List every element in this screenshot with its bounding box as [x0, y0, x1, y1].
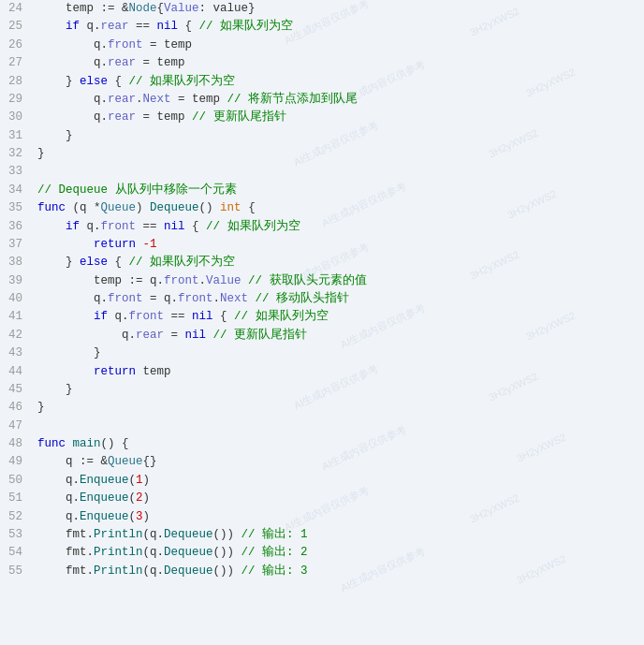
code-token: q.: [80, 20, 101, 33]
table-row: 50 q.Enqueue(1): [0, 472, 644, 490]
line-content: q.Enqueue(1): [34, 472, 644, 490]
code-token: [37, 2, 66, 15]
code-token: 2: [136, 491, 143, 505]
line-content: return temp: [34, 363, 644, 381]
code-token: q.: [37, 474, 80, 487]
line-content: q.rear.Next = temp // 将新节点添加到队尾: [34, 91, 644, 109]
table-row: 41 if q.front == nil { // 如果队列为空: [0, 308, 644, 326]
code-token: // 输出: 1: [242, 528, 308, 541]
code-token: [248, 292, 256, 305]
code-token: front: [164, 274, 199, 287]
line-content: q.rear = temp: [34, 54, 644, 72]
line-content: } else { // 如果队列不为空: [34, 73, 644, 91]
line-number: 24: [0, 0, 34, 18]
table-row: 53 fmt.Println(q.Dequeue()) // 输出: 1: [0, 526, 644, 544]
code-token: ==: [129, 20, 157, 33]
code-token: .: [213, 292, 221, 305]
line-content: q.Enqueue(3): [34, 508, 644, 526]
table-row: 42 q.rear = nil // 更新队尾指针: [0, 327, 644, 344]
code-token: {: [178, 20, 199, 33]
code-token: ==: [164, 310, 192, 323]
code-token: front: [129, 310, 165, 323]
code-token: // 更新队尾指针: [192, 110, 286, 124]
line-content: if q.rear == nil { // 如果队列为空: [34, 18, 644, 36]
code-token: // 如果队列不为空: [129, 75, 236, 88]
table-row: 51 q.Enqueue(2): [0, 490, 644, 507]
code-token: rear: [108, 93, 136, 106]
code-token: front: [178, 292, 213, 305]
code-token: temp: [66, 2, 94, 15]
table-row: 32}: [0, 145, 644, 163]
line-content: fmt.Println(q.Dequeue()) // 输出: 1: [34, 526, 644, 544]
line-content: q.front = temp: [34, 37, 644, 54]
line-content: if q.front == nil { // 如果队列为空: [34, 218, 644, 236]
line-content: // Dequeue 从队列中移除一个元素: [34, 182, 644, 199]
table-row: 52 q.Enqueue(3): [0, 508, 644, 526]
table-row: 45 }: [0, 381, 644, 399]
code-token: // 如果队列为空: [199, 20, 294, 33]
code-token: Dequeue: [164, 546, 213, 559]
line-number: 54: [0, 544, 34, 562]
line-number: 41: [0, 308, 34, 326]
code-token: else: [80, 256, 108, 269]
code-token: // 如果队列为空: [206, 220, 300, 233]
line-number: 27: [0, 54, 34, 72]
code-token: {: [242, 201, 256, 214]
code-token: Value: [206, 274, 242, 287]
line-number: 47: [0, 418, 34, 435]
table-row: 49 q := &Queue{}: [0, 453, 644, 471]
table-row: 34// Dequeue 从队列中移除一个元素: [0, 182, 644, 199]
code-token: q.: [37, 510, 80, 523]
code-lines: 24 temp := &Node{Value: value}25 if q.re…: [0, 0, 644, 580]
line-number: 34: [0, 182, 34, 199]
line-content: fmt.Println(q.Dequeue()) // 输出: 2: [34, 544, 644, 562]
code-token: .: [199, 274, 207, 287]
line-content: q.front = q.front.Next // 移动队头指针: [34, 290, 644, 308]
code-token: front: [108, 292, 143, 305]
code-token: }: [37, 383, 73, 396]
line-content: [34, 418, 644, 435]
line-number: 42: [0, 327, 34, 344]
code-token: := q.: [122, 274, 164, 287]
line-number: 37: [0, 236, 34, 254]
code-token: -1: [143, 238, 157, 251]
code-token: [37, 20, 66, 33]
code-token: Next: [220, 292, 248, 305]
code-token: }: [37, 401, 45, 414]
code-token: [242, 274, 249, 287]
table-row: 35func (q *Queue) Dequeue() int {: [0, 199, 644, 217]
code-editor: AI生成内容仅供参考 3H2yXWS2 AI生成内容仅供参考 3H2yXWS2 …: [0, 0, 644, 645]
line-content: temp := &Node{Value: value}: [34, 0, 644, 18]
code-token: [37, 310, 94, 323]
line-number: 38: [0, 254, 34, 271]
code-token: int: [220, 201, 242, 214]
line-number: 52: [0, 508, 34, 526]
line-number: 25: [0, 18, 34, 36]
code-token: ()): [213, 528, 242, 541]
table-row: 46}: [0, 399, 644, 417]
code-token: // 将新节点添加到队尾: [227, 93, 359, 106]
line-number: 35: [0, 199, 34, 217]
code-token: q.: [37, 38, 108, 51]
line-number: 43: [0, 344, 34, 362]
line-number: 46: [0, 399, 34, 417]
code-token: Queue: [108, 455, 143, 468]
code-token: = q.: [143, 292, 179, 305]
line-content: return -1: [34, 236, 644, 254]
code-token: // 移动队头指针: [256, 292, 350, 305]
code-token: =: [164, 329, 185, 342]
code-token: Println: [94, 546, 143, 559]
line-number: 26: [0, 37, 34, 54]
code-token: // 输出: 3: [242, 564, 308, 578]
code-token: &: [122, 2, 129, 15]
code-token: q.: [80, 220, 101, 233]
line-number: 50: [0, 472, 34, 490]
table-row: 39 temp := q.front.Value // 获取队头元素的值: [0, 272, 644, 290]
code-token: main: [73, 437, 101, 450]
code-token: 3: [136, 510, 143, 523]
code-token: if: [66, 20, 80, 33]
code-token: (: [129, 474, 137, 487]
table-row: 27 q.rear = temp: [0, 54, 644, 72]
table-row: 31 }: [0, 127, 644, 145]
line-content: fmt.Println(q.Dequeue()) // 输出: 3: [34, 563, 644, 580]
